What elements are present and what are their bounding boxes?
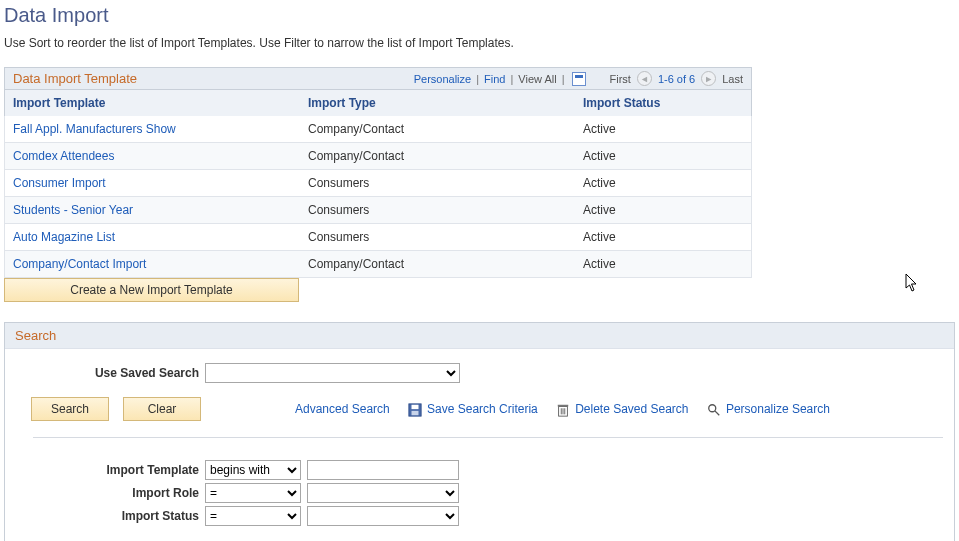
table-row: Company/Contact Import Company/Contact A… bbox=[4, 251, 752, 278]
template-link[interactable]: Comdex Attendees bbox=[13, 149, 114, 163]
search-panel: Search Use Saved Search Search Clear Adv… bbox=[4, 322, 955, 541]
criteria-role-row: Import Role = bbox=[15, 483, 944, 503]
delete-saved-link[interactable]: Delete Saved Search bbox=[575, 402, 688, 416]
template-link[interactable]: Consumer Import bbox=[13, 176, 106, 190]
page-title: Data Import bbox=[4, 4, 959, 27]
criteria-template-label: Import Template bbox=[15, 463, 205, 477]
criteria-role-value[interactable] bbox=[307, 483, 459, 503]
save-criteria-link[interactable]: Save Search Criteria bbox=[427, 402, 538, 416]
criteria-status-op[interactable]: = bbox=[205, 506, 301, 526]
advanced-search-link[interactable]: Advanced Search bbox=[295, 402, 390, 416]
data-import-grid: Data Import Template Personalize | Find … bbox=[4, 67, 752, 302]
table-row: Auto Magazine List Consumers Active bbox=[4, 224, 752, 251]
template-link[interactable]: Company/Contact Import bbox=[13, 257, 146, 271]
template-link[interactable]: Fall Appl. Manufacturers Show bbox=[13, 122, 176, 136]
table-row: Students - Senior Year Consumers Active bbox=[4, 197, 752, 224]
criteria-template-row: Import Template begins with bbox=[15, 460, 944, 480]
status-cell: Active bbox=[583, 230, 743, 244]
type-cell: Company/Contact bbox=[308, 149, 583, 163]
find-link[interactable]: Find bbox=[480, 73, 509, 85]
view-all-link[interactable]: View All bbox=[514, 73, 560, 85]
status-cell: Active bbox=[583, 257, 743, 271]
grid-nav: First ◄ 1-6 of 6 ► Last bbox=[610, 71, 744, 86]
type-cell: Consumers bbox=[308, 230, 583, 244]
svg-rect-1 bbox=[411, 405, 418, 409]
nav-last[interactable]: Last bbox=[722, 73, 743, 85]
nav-next-icon[interactable]: ► bbox=[701, 71, 716, 86]
svg-line-9 bbox=[714, 411, 718, 415]
divider bbox=[33, 437, 943, 438]
status-cell: Active bbox=[583, 149, 743, 163]
template-link[interactable]: Auto Magazine List bbox=[13, 230, 115, 244]
table-row: Consumer Import Consumers Active bbox=[4, 170, 752, 197]
svg-point-8 bbox=[708, 405, 715, 412]
type-cell: Company/Contact bbox=[308, 257, 583, 271]
grid-columns-row: Import Template Import Type Import Statu… bbox=[4, 90, 752, 116]
personalize-search-link[interactable]: Personalize Search bbox=[726, 402, 830, 416]
table-row: Comdex Attendees Company/Contact Active bbox=[4, 143, 752, 170]
criteria-status-row: Import Status = bbox=[15, 506, 944, 526]
search-button[interactable]: Search bbox=[31, 397, 109, 421]
saved-search-select[interactable] bbox=[205, 363, 460, 383]
download-grid-icon[interactable] bbox=[572, 72, 586, 86]
nav-range[interactable]: 1-6 of 6 bbox=[658, 73, 695, 85]
separator: | bbox=[561, 73, 566, 85]
criteria-template-op[interactable]: begins with bbox=[205, 460, 301, 480]
criteria-status-label: Import Status bbox=[15, 509, 205, 523]
col-import-template[interactable]: Import Template bbox=[5, 90, 300, 116]
col-import-type[interactable]: Import Type bbox=[300, 90, 575, 116]
grid-tools: Personalize | Find | View All | First ◄ … bbox=[410, 71, 743, 86]
grid-footer: Create a New Import Template bbox=[4, 278, 752, 302]
search-title: Search bbox=[5, 323, 954, 349]
criteria-status-value[interactable] bbox=[307, 506, 459, 526]
criteria-role-label: Import Role bbox=[15, 486, 205, 500]
page-instructions: Use Sort to reorder the list of Import T… bbox=[4, 33, 524, 53]
personalize-icon bbox=[707, 403, 721, 417]
col-import-status[interactable]: Import Status bbox=[575, 90, 751, 116]
grid-header: Data Import Template Personalize | Find … bbox=[4, 67, 752, 90]
type-cell: Consumers bbox=[308, 203, 583, 217]
saved-search-label: Use Saved Search bbox=[15, 366, 205, 380]
status-cell: Active bbox=[583, 122, 743, 136]
criteria-role-op[interactable]: = bbox=[205, 483, 301, 503]
svg-rect-2 bbox=[411, 411, 418, 415]
table-row: Fall Appl. Manufacturers Show Company/Co… bbox=[4, 116, 752, 143]
nav-prev-icon[interactable]: ◄ bbox=[637, 71, 652, 86]
clear-button[interactable]: Clear bbox=[123, 397, 201, 421]
template-link[interactable]: Students - Senior Year bbox=[13, 203, 133, 217]
status-cell: Active bbox=[583, 203, 743, 217]
status-cell: Active bbox=[583, 176, 743, 190]
criteria-template-input[interactable] bbox=[307, 460, 459, 480]
search-actions: Search Clear Advanced Search Save Search… bbox=[15, 397, 944, 421]
save-icon bbox=[408, 403, 422, 417]
delete-icon bbox=[556, 403, 570, 417]
create-template-button[interactable]: Create a New Import Template bbox=[4, 278, 299, 302]
criteria-block: Import Template begins with Import Role … bbox=[15, 460, 944, 526]
type-cell: Company/Contact bbox=[308, 122, 583, 136]
grid-title: Data Import Template bbox=[13, 71, 137, 86]
type-cell: Consumers bbox=[308, 176, 583, 190]
saved-search-row: Use Saved Search bbox=[15, 363, 944, 383]
personalize-link[interactable]: Personalize bbox=[410, 73, 475, 85]
svg-rect-4 bbox=[558, 405, 569, 407]
nav-first[interactable]: First bbox=[610, 73, 631, 85]
